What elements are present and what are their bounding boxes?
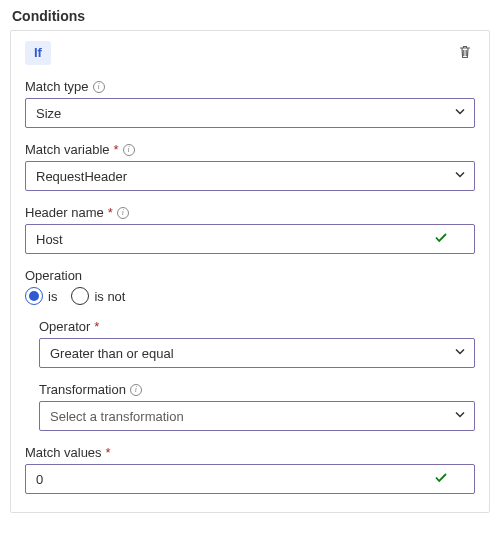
match-variable-label: Match variable [25, 142, 110, 157]
match-values-value: 0 [36, 472, 43, 487]
conditions-card: If Match type i Size Match variable * i … [10, 30, 490, 513]
delete-button[interactable] [455, 43, 475, 63]
match-variable-select[interactable]: RequestHeader [25, 161, 475, 191]
page-title: Conditions [0, 0, 500, 30]
operation-is-not-label: is not [94, 289, 125, 304]
operation-radio-group: is is not [25, 287, 475, 305]
info-icon[interactable]: i [117, 207, 129, 219]
operation-field: Operation is is not [25, 268, 475, 305]
transformation-select[interactable]: Select a transformation [39, 401, 475, 431]
operator-field: Operator * Greater than or equal [39, 319, 475, 368]
operation-is-not-radio[interactable]: is not [71, 287, 125, 305]
match-values-field: Match values * 0 [25, 445, 475, 494]
match-type-select[interactable]: Size [25, 98, 475, 128]
header-name-value: Host [36, 232, 63, 247]
match-type-label: Match type [25, 79, 89, 94]
chevron-down-icon [454, 346, 466, 361]
check-icon [434, 231, 448, 248]
match-variable-value: RequestHeader [36, 169, 127, 184]
trash-icon [457, 44, 473, 63]
info-icon[interactable]: i [93, 81, 105, 93]
required-marker: * [114, 142, 119, 157]
required-marker: * [94, 319, 99, 334]
card-header: If [25, 41, 475, 65]
operation-label: Operation [25, 268, 82, 283]
info-icon[interactable]: i [130, 384, 142, 396]
match-type-value: Size [36, 106, 61, 121]
transformation-field: Transformation i Select a transformation [39, 382, 475, 431]
operator-label: Operator [39, 319, 90, 334]
transformation-placeholder: Select a transformation [50, 409, 184, 424]
chevron-down-icon [454, 169, 466, 184]
chevron-down-icon [454, 106, 466, 121]
radio-circle-icon [71, 287, 89, 305]
header-name-label: Header name [25, 205, 104, 220]
operator-value: Greater than or equal [50, 346, 174, 361]
radio-circle-icon [25, 287, 43, 305]
header-name-field: Header name * i Host [25, 205, 475, 254]
info-icon[interactable]: i [123, 144, 135, 156]
operator-select[interactable]: Greater than or equal [39, 338, 475, 368]
match-variable-field: Match variable * i RequestHeader [25, 142, 475, 191]
match-values-label: Match values [25, 445, 102, 460]
required-marker: * [108, 205, 113, 220]
required-marker: * [106, 445, 111, 460]
operation-is-label: is [48, 289, 57, 304]
chevron-down-icon [454, 409, 466, 424]
if-chip: If [25, 41, 51, 65]
transformation-label: Transformation [39, 382, 126, 397]
check-icon [434, 471, 448, 488]
match-values-input[interactable]: 0 [25, 464, 475, 494]
header-name-input[interactable]: Host [25, 224, 475, 254]
match-type-field: Match type i Size [25, 79, 475, 128]
operation-is-radio[interactable]: is [25, 287, 57, 305]
